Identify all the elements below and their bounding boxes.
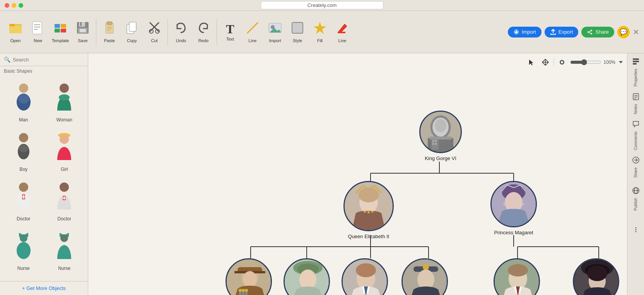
undo-label: Undo (176, 38, 186, 43)
paste-button[interactable]: Paste (99, 15, 120, 49)
cut-button[interactable]: Cut (143, 15, 165, 49)
svg-rect-147 (633, 58, 639, 60)
new-label: New (34, 38, 42, 43)
node-anne[interactable]: PrincessAnne (284, 258, 330, 295)
svg-point-40 (19, 84, 28, 93)
import-shape-button[interactable]: Import (264, 15, 286, 49)
andrew-photo (342, 258, 388, 295)
toolbar: Open New Template Save (0, 11, 644, 53)
zoom-slider[interactable] (570, 59, 601, 65)
new-button[interactable]: New (27, 15, 49, 49)
share-button[interactable]: Share (581, 27, 614, 38)
get-more-button[interactable]: + Get More Objects (0, 281, 88, 295)
minimize-button[interactable] (12, 3, 16, 8)
shape-woman[interactable]: Woman (45, 78, 84, 126)
nurse-f-figure (49, 229, 80, 264)
svg-point-49 (60, 135, 69, 144)
url-bar[interactable]: Creately.com (261, 1, 384, 9)
text-button[interactable]: T Text (219, 15, 241, 49)
svg-point-126 (242, 289, 245, 292)
export-button[interactable]: Export (545, 27, 579, 38)
zoom-level: 100% (603, 60, 615, 65)
close-button[interactable] (5, 3, 9, 8)
properties-panel-button[interactable]: Properties (629, 56, 643, 87)
save-button[interactable]: Save (72, 15, 94, 49)
line-button[interactable]: Line (242, 15, 263, 49)
svg-point-60 (17, 242, 31, 259)
text-icon: T (226, 23, 234, 35)
pan-tool[interactable] (540, 56, 551, 68)
chat-button[interactable]: 💬 (617, 26, 630, 38)
boy-label: Boy (19, 167, 27, 172)
princess-margaret-photo (490, 181, 537, 227)
open-button[interactable]: Open (5, 15, 26, 49)
zoom-center[interactable] (556, 56, 568, 68)
node-edward[interactable]: EdwardEarl of Wessex (401, 258, 448, 295)
node-king-george[interactable]: King Gorge VI (419, 111, 462, 161)
woman-label: Woman (56, 117, 72, 123)
shape-doctor-f[interactable]: Doctor (45, 177, 84, 225)
redo-button[interactable]: Redo (193, 15, 214, 49)
undo-button[interactable]: Undo (170, 15, 192, 49)
cut-icon (147, 21, 161, 37)
notes-panel-button[interactable]: Notes (629, 88, 643, 119)
svg-rect-149 (633, 63, 637, 65)
svg-point-127 (245, 289, 248, 292)
svg-rect-15 (80, 29, 86, 32)
node-david[interactable]: David ViscountLinley (494, 258, 540, 295)
save-label: Save (78, 38, 87, 43)
svg-point-110 (367, 211, 370, 213)
shape-nurse-f[interactable]: Nurse (45, 226, 84, 274)
node-sara[interactable]: Lady SaraChatto (573, 258, 619, 295)
shape-nurse-m[interactable]: Nurse (4, 226, 43, 274)
style-icon (290, 21, 304, 37)
svg-point-116 (522, 203, 524, 205)
svg-point-141 (508, 264, 528, 276)
more-options-button[interactable] (629, 215, 643, 246)
share-panel-icon (632, 156, 640, 166)
line-color-button[interactable]: Line (331, 15, 353, 49)
comments-panel-button[interactable]: Comments (629, 120, 643, 151)
zoom-dropdown[interactable] (618, 56, 624, 68)
node-queen-elizabeth[interactable]: Queen Elizabeth II (343, 181, 394, 239)
svg-point-104 (432, 143, 434, 145)
copy-button[interactable]: Copy (121, 15, 143, 49)
node-princess-margaret[interactable]: Princess Magaret (490, 181, 537, 235)
properties-icon (632, 58, 640, 67)
canvas-controls: 100% (526, 56, 624, 68)
shape-grad-m[interactable] (4, 276, 43, 281)
node-andrew[interactable]: AndrewDuke of York (342, 258, 388, 295)
fill-button[interactable]: Fill (309, 15, 331, 49)
canvas-area[interactable]: 100% (88, 53, 627, 295)
svg-rect-12 (79, 22, 85, 27)
svg-point-61 (60, 234, 68, 242)
shape-grad-f[interactable] (45, 276, 84, 281)
svg-point-108 (358, 188, 379, 202)
maximize-button[interactable] (19, 3, 23, 8)
close-window-button[interactable]: ✕ (633, 27, 639, 37)
section-title: Basic Shapes (0, 66, 88, 75)
svg-point-137 (423, 264, 429, 270)
import-button[interactable]: Import (508, 27, 542, 38)
select-tool[interactable] (526, 56, 537, 68)
shape-man[interactable]: Man (4, 78, 43, 126)
save-icon (76, 21, 90, 37)
david-photo (494, 258, 540, 295)
style-button[interactable]: Style (287, 15, 308, 49)
svg-line-39 (589, 32, 591, 33)
share-panel-button[interactable]: Share (629, 152, 643, 182)
shape-doctor-m[interactable]: Doctor (4, 177, 43, 225)
svg-marker-32 (314, 22, 326, 34)
shapes-grid: Man Woman (0, 75, 88, 281)
undo-icon (174, 21, 188, 37)
svg-rect-148 (633, 61, 639, 62)
shape-girl[interactable]: Girl (45, 127, 84, 175)
window-controls (5, 3, 23, 8)
node-charles[interactable]: CharlesPrince of Wales (225, 258, 272, 295)
nurse-m-figure (8, 229, 39, 264)
template-button[interactable]: Template (50, 15, 71, 49)
search-input[interactable] (13, 57, 84, 63)
publish-panel-button[interactable]: Publish (629, 183, 643, 214)
doctor-f-label: Doctor (58, 216, 71, 222)
shape-boy[interactable]: Boy (4, 127, 43, 175)
